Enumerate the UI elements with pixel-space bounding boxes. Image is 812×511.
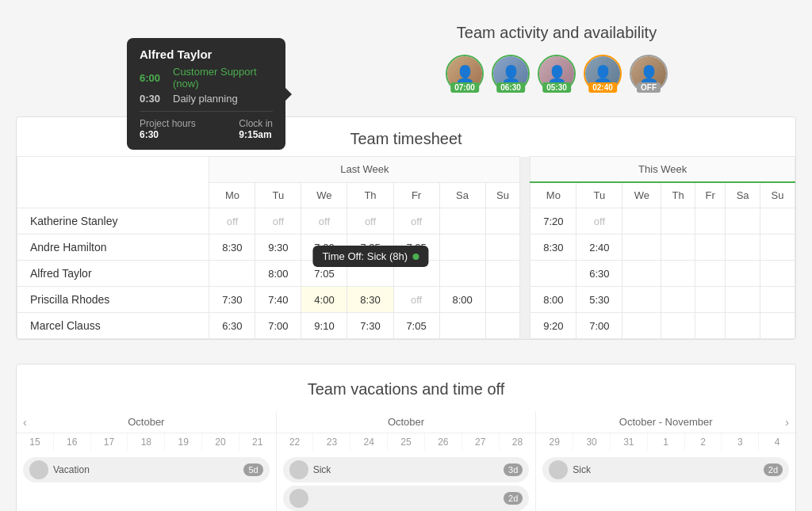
avatar-badge: 07:00 [450, 82, 479, 93]
tooltip-time1: 6:00 [140, 72, 168, 84]
timesheet-cell: 8:00 [439, 287, 485, 313]
project-hours-label: Project hours [140, 118, 196, 129]
avatar-item[interactable]: 👤 02:40 [584, 55, 622, 93]
entry-days: 2d [504, 492, 523, 505]
day-col: We [622, 182, 661, 208]
entry-avatar [289, 489, 308, 508]
table-row: Katherine Stanleyoffoffoffoffoff7:20off [17, 208, 795, 235]
day-col: Th [347, 182, 393, 208]
day-col: Mo [209, 182, 255, 208]
clock-in-val: 9:15am [239, 129, 273, 140]
day-col: Tu [255, 182, 301, 208]
timesheet-cell [661, 261, 695, 287]
timesheet-cell: 7:40 [255, 287, 301, 313]
month-label-3: October - November [619, 416, 713, 428]
day-col: Th [661, 182, 695, 208]
avatar-item[interactable]: 👤 06:30 [492, 55, 530, 93]
timesheet-cell [695, 261, 725, 287]
avatar-item[interactable]: 👤 OFF [630, 55, 668, 93]
team-activity-section: Team activity and availability 👤 07:00 👤… [317, 24, 796, 93]
date-cell: 1 [648, 433, 685, 451]
nav-next[interactable]: › [785, 416, 789, 429]
date-cell: 4 [759, 433, 795, 451]
timesheet-cell [695, 313, 725, 339]
timesheet-cell: 9:10 [301, 313, 347, 339]
timesheet-cell: 7:00 [255, 313, 301, 339]
timesheet-cell [760, 261, 795, 287]
team-activity-title: Team activity and availability [317, 24, 796, 42]
day-col: Tu [576, 182, 622, 208]
name-col-header [17, 157, 209, 208]
tooltip-arrow [285, 88, 292, 101]
employee-name: Andre Hamilton [17, 235, 209, 261]
table-row: Alfred Taylor8:007:05Time Off: Sick (8h)… [17, 261, 795, 287]
date-cell: 29 [536, 433, 573, 451]
entry-days: 5d [243, 463, 262, 476]
month-label-2: October [388, 416, 424, 428]
timesheet-cell: 6:30 [576, 261, 622, 287]
date-cell: 2 [685, 433, 722, 451]
entry-bar: 2d [283, 486, 530, 511]
entry-bar: Vacation5d [23, 457, 270, 482]
cal-month-2: October [277, 411, 537, 433]
day-col: Mo [530, 182, 576, 208]
vacations-section: Team vacations and time off ‹ October Oc… [16, 364, 796, 511]
tooltip-footer: Project hours 6:30 Clock in 9:15am [140, 118, 273, 140]
timesheet-cell [485, 235, 520, 261]
avatar-item[interactable]: 👤 07:00 [446, 55, 484, 93]
timesheet-cell [726, 261, 760, 287]
timesheet-cell [622, 287, 661, 313]
timesheet-section: Team timesheet Last Week This Week Mo Tu… [16, 116, 796, 340]
timesheet-cell [530, 261, 576, 287]
timesheet-cell: 8:00 [530, 287, 576, 313]
date-group: 2930311234 [536, 433, 795, 451]
timesheet-cell: 8:00 [255, 261, 301, 287]
entry-days: 2d [764, 463, 783, 476]
timesheet-table: Last Week This Week Mo Tu We Th Fr Sa Su… [17, 156, 795, 339]
timesheet-cell: off [393, 287, 439, 313]
date-cell: 27 [462, 433, 500, 451]
tooltip-label2: Daily planning [173, 93, 238, 105]
divider-cell [520, 235, 530, 261]
entry-label: Sick [313, 464, 499, 475]
timesheet-cell: 7:05Time Off: Sick (8h) [301, 261, 347, 287]
nav-prev[interactable]: ‹ [23, 416, 27, 429]
timesheet-cell: off [301, 208, 347, 235]
day-col: Su [485, 182, 520, 208]
entry-avatar [289, 460, 308, 479]
date-cell: 20 [202, 433, 239, 451]
date-cell: 30 [573, 433, 611, 451]
date-cell: 25 [388, 433, 425, 451]
timesheet-cell: 9:20 [530, 313, 576, 339]
timesheet-cell [209, 261, 255, 287]
day-col: Fr [695, 182, 725, 208]
timesheet-cell [726, 313, 760, 339]
timesheet-cell: 7:00 [576, 313, 622, 339]
avatar-badge: 02:40 [588, 82, 617, 93]
timesheet-cell: 8:30 [530, 235, 576, 261]
vacations-title: Team vacations and time off [17, 372, 795, 411]
avatar-badge: 05:30 [542, 82, 571, 93]
timesheet-cell [439, 261, 485, 287]
activity-tooltip: Alfred Taylor 6:00 Customer Support (now… [127, 38, 285, 150]
timesheet-cell: off [576, 208, 622, 235]
timesheet-cell [439, 208, 485, 235]
day-col: Fr [393, 182, 439, 208]
date-cell: 19 [165, 433, 202, 451]
date-cell: 22 [277, 433, 314, 451]
date-cell: 3 [722, 433, 759, 451]
tooltip-time2: 0:30 [140, 93, 168, 105]
timesheet-cell [760, 235, 795, 261]
project-hours-val: 6:30 [140, 129, 196, 140]
employee-name: Priscilla Rhodes [17, 287, 209, 313]
timesheet-cell [439, 313, 485, 339]
avatar-badge: OFF [637, 82, 661, 93]
employee-name: Alfred Taylor [17, 261, 209, 287]
avatar-item[interactable]: 👤 05:30 [538, 55, 576, 93]
timesheet-cell [726, 287, 760, 313]
cal-month-3: October - November › [536, 411, 795, 433]
entry-label: Sick [573, 464, 758, 475]
timesheet-cell: 5:30 [576, 287, 622, 313]
timesheet-cell: off [255, 208, 301, 235]
cal-dates: 15161718192021222324252627282930311234 [17, 433, 795, 451]
